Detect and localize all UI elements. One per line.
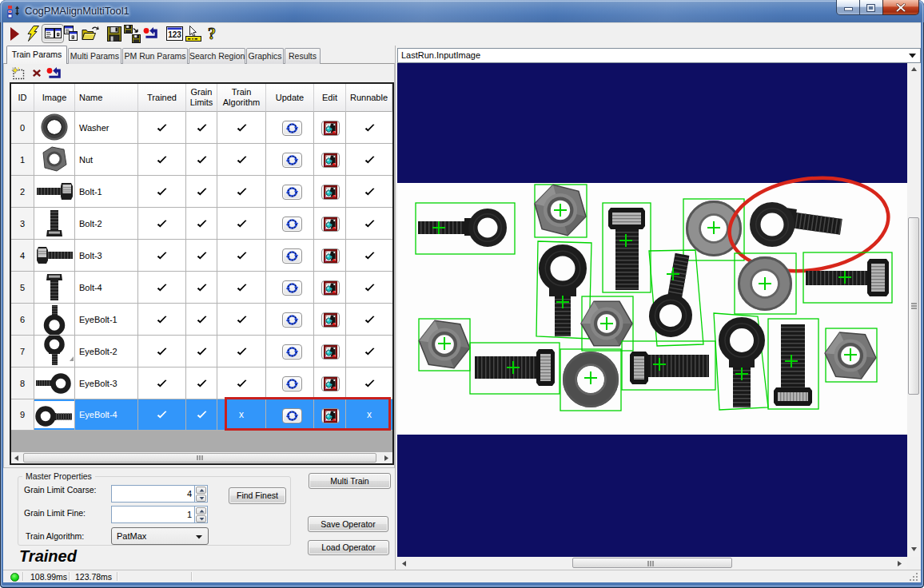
svg-text:123: 123: [168, 30, 181, 39]
svg-text:?: ?: [208, 26, 216, 42]
